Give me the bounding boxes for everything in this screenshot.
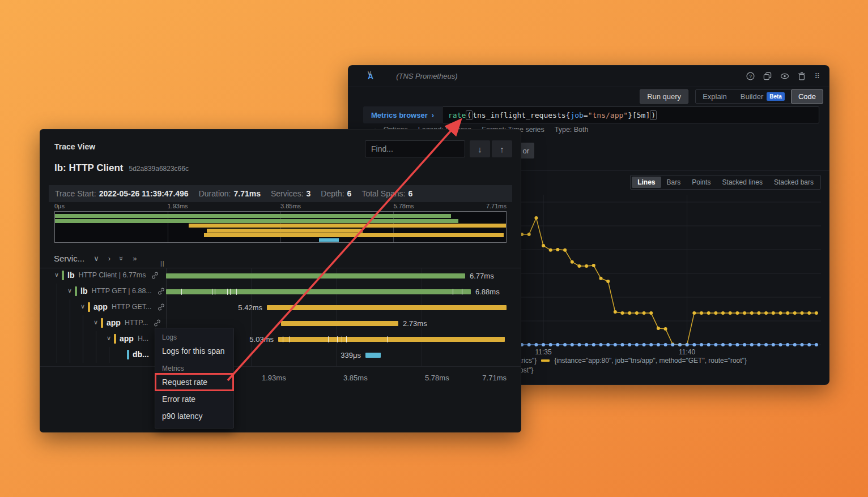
query-token: rate xyxy=(448,111,466,119)
span-duration-label: 6.77ms xyxy=(470,272,494,280)
span-collapse-chevron-icon[interactable]: ∨ xyxy=(105,335,113,342)
visualization-toggle: LinesBarsPointsStacked linesStacked bars xyxy=(630,175,821,190)
viz-mode-points[interactable]: Points xyxy=(686,177,716,188)
span-collapse-chevron-icon[interactable]: ∨ xyxy=(79,303,87,310)
indent-guide xyxy=(57,315,57,331)
span-row-lb[interactable]: ∨lbHTTP Client | 6.77ms6.77ms xyxy=(40,268,521,284)
span-row-db-[interactable]: db...339μs xyxy=(40,347,521,363)
span-collapse-chevron-icon[interactable]: ∨ xyxy=(53,271,61,279)
trace-view-panel: Trace View ↓ ↑ lb: HTTP Client 5d2a839a6… xyxy=(40,129,521,432)
indent-guide xyxy=(57,331,57,347)
span-duration-bar[interactable] xyxy=(281,321,398,326)
trace-id: 5d2a839a6823c66c xyxy=(129,165,189,173)
span-link-icon[interactable] xyxy=(157,287,165,295)
trash-icon[interactable] xyxy=(798,72,806,80)
viz-mode-stacked-lines[interactable]: Stacked lines xyxy=(717,177,768,188)
span-link-icon[interactable] xyxy=(157,303,165,311)
double-chevron-right-icon[interactable]: » xyxy=(133,254,137,263)
metrics-browser-button[interactable]: Metrics browser› xyxy=(363,106,442,123)
query-token: [5m] xyxy=(632,111,650,119)
span-row-app[interactable]: ∨appHTTP...2.73ms xyxy=(40,315,521,331)
beta-badge: Beta xyxy=(767,92,785,101)
span-duration-label: 5.42ms xyxy=(238,303,262,312)
query-token: job xyxy=(570,111,583,119)
duplicate-query-icon[interactable] xyxy=(763,72,772,80)
span-row-app[interactable]: ∨appH...5.03ms xyxy=(40,331,521,347)
timeline-tick: 7.71ms xyxy=(482,374,507,382)
service-color-bar xyxy=(88,302,90,312)
query-expression[interactable]: rate(tns_inflight_requests{job="tns/app"… xyxy=(442,106,819,123)
tab-explain[interactable]: Explain xyxy=(696,90,734,103)
menu-item-error-rate[interactable]: Error rate xyxy=(155,391,233,408)
legend-row[interactable]: ost"} xyxy=(520,365,747,375)
span-log-tick xyxy=(346,336,347,342)
editor-mode-group: Explain BuilderBeta Code xyxy=(695,89,823,104)
summary-item: Total Spans:6 xyxy=(361,189,412,198)
minimap-span-bar xyxy=(204,233,504,237)
summary-item: Depth:6 xyxy=(321,189,351,198)
chevron-down-icon[interactable]: ∨ xyxy=(93,254,99,263)
span-duration-bar[interactable] xyxy=(267,305,507,310)
span-link-icon[interactable] xyxy=(151,271,159,280)
viz-mode-bars[interactable]: Bars xyxy=(661,177,687,188)
span-duration-bar[interactable] xyxy=(166,273,465,279)
double-chevron-down-icon[interactable]: » xyxy=(117,256,126,260)
span-row-lb[interactable]: ∨lbHTTP GET | 6.88...6.88ms xyxy=(40,284,521,299)
span-row-app[interactable]: ∨appHTTP GET...5.42ms xyxy=(40,299,521,315)
highlight-box xyxy=(155,373,234,391)
indent-guide xyxy=(57,347,57,363)
viz-mode-lines[interactable]: Lines xyxy=(632,177,661,188)
viz-mode-stacked-bars[interactable]: Stacked bars xyxy=(768,177,819,188)
collapse-query-chevron-icon[interactable]: ∨ xyxy=(365,69,373,77)
query-toolbar: Run query Explain BuilderBeta Code xyxy=(640,89,823,104)
minimap-span-bar xyxy=(55,219,458,223)
trace-minimap[interactable] xyxy=(54,211,507,243)
trace-summary: Trace Start:2022-05-26 11:39:47.496Durat… xyxy=(49,185,512,202)
minimap-span-bar xyxy=(55,214,451,218)
find-prev-button[interactable]: ↑ xyxy=(492,140,512,157)
span-log-tick xyxy=(453,289,453,295)
span-log-tick xyxy=(290,336,290,342)
tab-code[interactable]: Code xyxy=(791,89,823,104)
query-row-header: ∨ A (TNS Prometheus) ? ⠿ xyxy=(348,66,829,87)
chevron-right-icon[interactable]: › xyxy=(108,254,110,263)
indent-guide xyxy=(96,331,96,347)
span-duration-label: 6.88ms xyxy=(475,288,500,296)
query-actions: ? ⠿ xyxy=(746,72,820,80)
span-link-icon[interactable] xyxy=(153,319,161,327)
tab-builder[interactable]: BuilderBeta xyxy=(734,90,792,103)
menu-item-p90-latency[interactable]: p90 latency xyxy=(155,408,233,425)
run-query-button[interactable]: Run query xyxy=(640,89,688,104)
service-column-header[interactable]: Servic... xyxy=(54,254,84,263)
options-type: Type: Both xyxy=(555,126,589,134)
arrow-up-icon: ↑ xyxy=(500,144,504,154)
chart-legend: trics"} {instance="app:80", job="tns/app… xyxy=(520,355,747,375)
span-duration-bar[interactable] xyxy=(278,337,505,342)
legend-fragment: trics"} xyxy=(520,357,537,365)
eye-icon[interactable] xyxy=(780,72,789,80)
legend-fragment: ost"} xyxy=(520,366,533,374)
timeline-tick: 3.85ms xyxy=(343,374,368,382)
drag-handle-icon[interactable]: ⠿ xyxy=(814,72,820,80)
menu-item-logs-for-this-span[interactable]: Logs for this span xyxy=(155,342,233,359)
find-next-button[interactable]: ↓ xyxy=(470,140,490,157)
span-log-tick xyxy=(283,336,283,342)
span-collapse-chevron-icon[interactable]: ∨ xyxy=(92,319,100,326)
help-circle-icon[interactable]: ? xyxy=(746,72,755,80)
span-context-menu: LogsLogs for this spanMetricsRequest rat… xyxy=(155,328,234,429)
minimap-axis: 0μs1.93ms3.85ms5.78ms7.71ms xyxy=(54,203,507,210)
find-input[interactable] xyxy=(365,140,465,157)
span-duration-bar[interactable] xyxy=(166,289,471,294)
service-color-bar xyxy=(127,350,129,359)
menu-section-metrics: Metrics xyxy=(155,359,233,374)
legend-color-dash xyxy=(541,359,550,362)
column-resizer-handle[interactable]: || xyxy=(160,260,165,267)
span-log-tick xyxy=(236,289,237,295)
timeline-tick: 0μs xyxy=(54,203,65,209)
menu-item-request-rate[interactable]: Request rate xyxy=(155,374,233,391)
span-collapse-chevron-icon[interactable]: ∨ xyxy=(66,287,74,294)
minimap-span-bar xyxy=(207,229,363,233)
legend-row[interactable]: trics"} {instance="app:80", job="tns/app… xyxy=(520,355,747,365)
span-duration-bar[interactable] xyxy=(365,353,381,358)
timeline-tick: 1.93ms xyxy=(168,203,188,209)
